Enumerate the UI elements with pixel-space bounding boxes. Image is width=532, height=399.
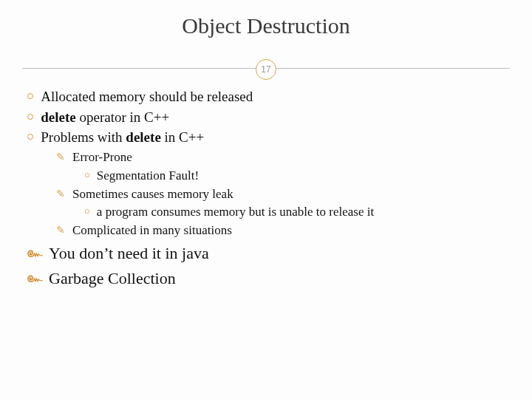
bullet-text: Error-Prone <box>72 149 132 166</box>
page-number-badge: 17 <box>256 59 276 80</box>
bold-text: delete <box>126 129 160 145</box>
swirl-icon: ๛ <box>27 268 43 290</box>
plain-text: operator in C++ <box>76 109 169 125</box>
bullet-level1: ○ Problems with delete in C++ <box>27 128 510 147</box>
swirl-icon: ๛ <box>27 243 43 265</box>
circle-icon: ○ <box>27 129 34 148</box>
bold-text: delete <box>41 109 75 125</box>
circle-icon: ○ <box>27 109 34 128</box>
bullet-text: You don’t need it in java <box>49 242 209 265</box>
bullet-text: Garbage Collection <box>49 267 176 290</box>
bullet-text: Sometimes causes memory leak <box>72 185 233 203</box>
bullet-text: Complicated in many situations <box>72 222 232 239</box>
plain-text: Problems with <box>41 129 126 145</box>
check-icon: ✎ <box>56 187 65 205</box>
bullet-text: delete operator in C++ <box>41 108 169 127</box>
bullet-level2: ✎ Sometimes causes memory leak <box>56 185 510 203</box>
check-icon: ✎ <box>56 223 65 241</box>
circle-icon: ○ <box>27 88 34 107</box>
bullet-text: Segmentation Fault! <box>97 167 199 185</box>
bullet-text: a program consumes memory but is unable … <box>97 203 374 221</box>
bullet-level1-alt: ๛ Garbage Collection <box>27 267 510 290</box>
bullet-level2: ✎ Error-Prone <box>56 149 510 166</box>
bullet-text: Problems with delete in C++ <box>41 128 204 147</box>
check-icon: ✎ <box>56 150 65 168</box>
slide-title: Object Destruction <box>0 0 532 46</box>
bullet-level1: ○ Allocated memory should be released <box>27 87 510 106</box>
bullet-level1: ○ delete operator in C++ <box>27 108 510 127</box>
bullet-level2: ✎ Complicated in many situations <box>56 222 510 239</box>
plain-text: in C++ <box>161 129 204 145</box>
circle-icon: ○ <box>84 168 90 186</box>
bullet-level3: ○ a program consumes memory but is unabl… <box>84 203 510 221</box>
slide: Object Destruction 17 ○ Allocated memory… <box>0 0 532 399</box>
bullet-text: Allocated memory should be released <box>41 87 253 106</box>
bullet-level1-alt: ๛ You don’t need it in java <box>27 242 510 265</box>
bullet-level3: ○ Segmentation Fault! <box>84 167 510 185</box>
content-area: ○ Allocated memory should be released ○ … <box>27 87 510 290</box>
circle-icon: ○ <box>84 205 90 222</box>
